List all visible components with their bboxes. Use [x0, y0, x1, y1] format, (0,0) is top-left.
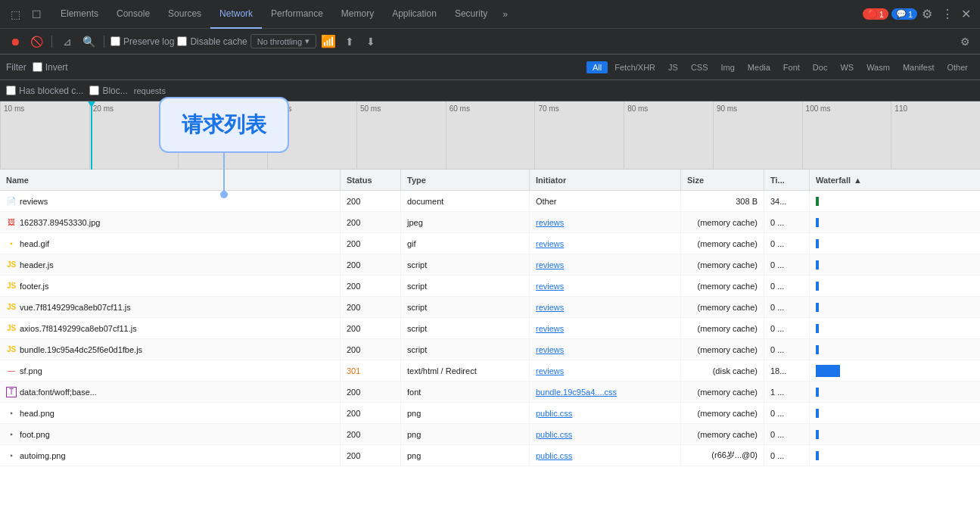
tab-performance[interactable]: Performance: [262, 0, 332, 29]
td-type: gif: [401, 233, 530, 254]
filter-doc[interactable]: Doc: [807, 61, 834, 73]
initiator-link[interactable]: reviews: [536, 260, 564, 269]
initiator-link[interactable]: reviews: [536, 218, 564, 227]
blocked-checkbox[interactable]: Bloc...: [89, 86, 127, 96]
has-blocked-input[interactable]: [6, 86, 16, 95]
table-row[interactable]: ▪ autoimg.png 200 png public.css (r66岁..…: [0, 445, 980, 466]
more-options-icon[interactable]: ⋮: [937, 7, 958, 21]
settings-gear-icon[interactable]: ⚙: [917, 7, 937, 21]
th-waterfall[interactable]: Waterfall ▲: [810, 170, 980, 190]
table-row[interactable]: — sf.png 301 text/html / Redirect review…: [0, 360, 980, 382]
td-time: 34...: [764, 191, 810, 211]
blocked-input[interactable]: [89, 86, 99, 95]
initiator-link[interactable]: reviews: [536, 324, 564, 333]
record-button[interactable]: ⏺: [6, 33, 24, 51]
png-icon: ▪: [6, 408, 17, 419]
inspect-icon[interactable]: ⬚: [6, 5, 24, 23]
th-name[interactable]: Name: [0, 170, 341, 190]
png-icon: ▪: [6, 429, 17, 440]
table-row[interactable]: 🖼 162837.89453330.jpg 200 jpeg reviews (…: [0, 212, 980, 233]
filter-other[interactable]: Other: [941, 61, 974, 73]
filter-wasm[interactable]: Wasm: [860, 61, 896, 73]
upload-icon[interactable]: ⬆: [341, 33, 359, 51]
table-row[interactable]: ▪ foot.png 200 png public.css (memory ca…: [0, 424, 980, 445]
download-icon[interactable]: ⬇: [362, 33, 380, 51]
table-row[interactable]: ▪ head.png 200 png public.css (memory ca…: [0, 403, 980, 424]
td-status: 301: [341, 360, 401, 381]
td-size: (memory cache): [681, 254, 764, 275]
has-blocked-checkbox[interactable]: Has blocked c...: [6, 86, 83, 96]
filter-manifest[interactable]: Manifest: [897, 61, 941, 73]
js-icon: JS: [6, 323, 17, 334]
disable-cache-checkbox[interactable]: Disable cache: [177, 36, 247, 47]
th-size[interactable]: Size: [681, 170, 764, 190]
tick-7: 80 ms: [624, 101, 713, 170]
message-badge[interactable]: 💬 1: [891, 8, 917, 20]
close-devtools-icon[interactable]: ✕: [958, 7, 974, 21]
search-button[interactable]: 🔍: [79, 33, 98, 51]
invert-checkbox[interactable]: Invert: [33, 62, 68, 73]
filter-media[interactable]: Media: [742, 61, 776, 73]
tab-console[interactable]: Console: [107, 0, 159, 29]
error-count: 1: [879, 10, 884, 19]
td-type: script: [401, 254, 530, 275]
td-waterfall: [810, 382, 980, 402]
td-name: ▪ head.png: [0, 403, 341, 423]
td-size: 308 B: [681, 191, 764, 211]
table-row[interactable]: JS axios.7f8149299ca8eb07cf11.js 200 scr…: [0, 318, 980, 339]
initiator-link[interactable]: reviews: [536, 239, 564, 248]
td-waterfall: [810, 297, 980, 317]
table-row[interactable]: 📄 reviews 200 document Other 308 B 34...: [0, 191, 980, 212]
filter-ws[interactable]: WS: [834, 61, 860, 73]
th-initiator[interactable]: Initiator: [530, 170, 681, 190]
th-status[interactable]: Status: [341, 170, 401, 190]
td-time: 0 ...: [764, 318, 810, 338]
preserve-log-checkbox[interactable]: Preserve log: [110, 36, 174, 47]
table-row[interactable]: JS vue.7f8149299ca8eb07cf11.js 200 scrip…: [0, 297, 980, 318]
error-badge[interactable]: 🔴 1: [863, 8, 888, 20]
filter-font[interactable]: Font: [777, 61, 806, 73]
filter-css[interactable]: CSS: [685, 61, 714, 73]
initiator-link[interactable]: public.css: [536, 430, 572, 439]
preserve-log-input[interactable]: [110, 36, 120, 46]
tab-security[interactable]: Security: [446, 0, 496, 29]
tab-application[interactable]: Application: [383, 0, 446, 29]
table-row[interactable]: T data:font/woff;base... 200 font bundle…: [0, 382, 980, 403]
initiator-link[interactable]: reviews: [536, 282, 564, 291]
file-name: 162837.89453330.jpg: [20, 218, 100, 227]
initiator-link[interactable]: bundle.19c95a4....css: [536, 388, 617, 397]
filter-all[interactable]: All: [586, 61, 608, 73]
filter-button[interactable]: ⊿: [58, 33, 76, 51]
clear-button[interactable]: 🚫: [27, 33, 45, 51]
device-icon[interactable]: ☐: [27, 5, 45, 23]
message-icon: 💬: [896, 9, 907, 19]
tab-elements[interactable]: Elements: [51, 0, 107, 29]
filter-fetch-xhr[interactable]: Fetch/XHR: [608, 61, 661, 73]
tab-network[interactable]: Network: [210, 0, 262, 29]
disable-cache-label: Disable cache: [190, 36, 247, 47]
disable-cache-input[interactable]: [177, 36, 187, 46]
throttling-select[interactable]: No throttling ▾: [250, 34, 316, 48]
th-type[interactable]: Type: [401, 170, 530, 190]
more-tabs-btn[interactable]: »: [496, 9, 514, 20]
tab-sources[interactable]: Sources: [159, 0, 210, 29]
network-settings-icon[interactable]: ⚙: [956, 33, 974, 51]
initiator-link[interactable]: public.css: [536, 409, 572, 418]
filter-js[interactable]: JS: [662, 61, 684, 73]
tick-9: 100 ms: [802, 101, 891, 170]
has-blocked-label: Has blocked c...: [19, 86, 83, 96]
tab-memory[interactable]: Memory: [332, 0, 383, 29]
initiator-link[interactable]: public.css: [536, 451, 572, 460]
table-row[interactable]: JS bundle.19c95a4dc25f6e0d1fbe.js 200 sc…: [0, 339, 980, 360]
th-time[interactable]: Ti...: [764, 170, 810, 190]
table-row[interactable]: ▪ head.gif 200 gif reviews (memory cache…: [0, 233, 980, 254]
initiator-link[interactable]: reviews: [536, 345, 564, 354]
initiator-link[interactable]: reviews: [536, 303, 564, 312]
table-row[interactable]: JS footer.js 200 script reviews (memory …: [0, 276, 980, 297]
invert-input[interactable]: [33, 62, 42, 72]
filter-types: All Fetch/XHR JS CSS Img Media Font Doc …: [586, 61, 974, 73]
table-row[interactable]: JS header.js 200 script reviews (memory …: [0, 254, 980, 276]
filter-img[interactable]: Img: [715, 61, 741, 73]
wifi-icon[interactable]: 📶: [319, 33, 338, 51]
initiator-link[interactable]: reviews: [536, 366, 564, 375]
